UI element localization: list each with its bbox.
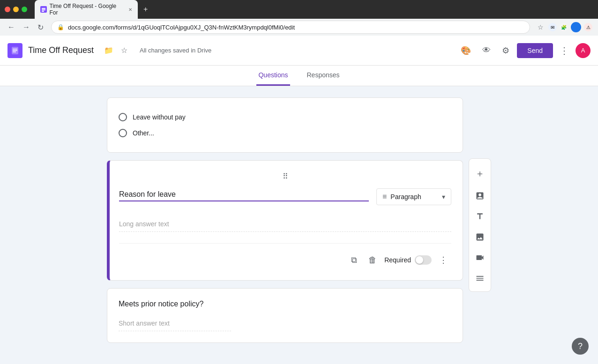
import-questions-button[interactable] xyxy=(469,186,491,205)
nav-buttons: ← → ↻ xyxy=(6,21,45,34)
lock-icon: 🔒 xyxy=(57,24,64,30)
tab-title: Time Off Request - Google For xyxy=(50,3,124,16)
add-question-button[interactable]: ＋ xyxy=(469,163,491,185)
card-actions: ⧉ 🗑 Required ⋮ xyxy=(119,243,451,269)
maximize-window-button[interactable] xyxy=(22,7,27,12)
add-video-button[interactable] xyxy=(469,248,491,267)
tab-close-button[interactable]: ✕ xyxy=(128,7,132,12)
url-text: docs.google.com/forms/d/1qGUoqlTColAjpgu… xyxy=(68,24,524,31)
svg-rect-4 xyxy=(13,49,17,50)
required-toggle[interactable] xyxy=(415,255,432,265)
short-answer-placeholder: Short answer text xyxy=(119,316,231,331)
tab-favicon xyxy=(40,6,47,13)
document-title: Time Off Request xyxy=(28,45,94,55)
tab-responses[interactable]: Responses xyxy=(305,66,342,86)
list-item: Leave without pay xyxy=(119,109,451,125)
radio-button[interactable] xyxy=(119,129,127,137)
form-tabs: Questions Responses xyxy=(0,66,598,86)
svg-rect-6 xyxy=(13,52,16,52)
close-window-button[interactable] xyxy=(5,7,10,12)
long-answer-placeholder: Long answer text xyxy=(119,216,451,232)
star-icon[interactable]: ☆ xyxy=(118,43,130,58)
gmail-extension-icon[interactable]: ✉ xyxy=(548,23,557,31)
required-label: Required xyxy=(384,256,411,264)
forward-button[interactable]: → xyxy=(21,21,32,33)
add-title-button[interactable] xyxy=(469,207,491,226)
add-section-button[interactable] xyxy=(469,269,491,288)
header-icons: 📁 ☆ xyxy=(101,43,130,58)
list-item: Other... xyxy=(119,125,451,141)
user-avatar[interactable]: A xyxy=(576,43,591,58)
svg-rect-1 xyxy=(42,9,45,10)
folder-icon[interactable]: 📁 xyxy=(101,43,116,58)
svg-rect-2 xyxy=(42,11,44,12)
reload-button[interactable]: ↻ xyxy=(36,21,45,34)
browser-actions: ☆ ✉ 🧩 ⚠ xyxy=(536,22,592,33)
svg-rect-0 xyxy=(42,8,45,9)
radio-button[interactable] xyxy=(119,113,127,121)
other-label: Other... xyxy=(133,129,154,137)
new-tab-button[interactable]: + xyxy=(140,3,151,15)
active-tab[interactable]: Time Off Request - Google For ✕ xyxy=(35,0,138,19)
form-cards: Leave without pay Other... ⠿ ≡ Paragraph… xyxy=(107,97,463,353)
leave-type-card: Leave without pay Other... xyxy=(107,97,463,153)
leave-without-pay-label: Leave without pay xyxy=(133,113,186,121)
meets-policy-title: Meets prior notice policy? xyxy=(119,300,451,308)
main-content: Leave without pay Other... ⠿ ≡ Paragraph… xyxy=(0,86,598,364)
card-top-row: ≡ Paragraph ▾ xyxy=(119,188,451,205)
alert-extension-icon[interactable]: ⚠ xyxy=(584,23,592,31)
save-status: All changes saved in Drive xyxy=(140,47,451,54)
more-options-icon[interactable]: ⋮ xyxy=(435,251,451,269)
answer-type-dropdown[interactable]: ≡ Paragraph ▾ xyxy=(376,188,451,205)
browser-chrome: Time Off Request - Google For ✕ + xyxy=(0,0,598,19)
toggle-knob xyxy=(416,256,423,264)
extensions-icon[interactable]: 🧩 xyxy=(560,23,568,31)
add-image-button[interactable] xyxy=(469,228,491,246)
meets-policy-card: Meets prior notice policy? Short answer … xyxy=(107,288,463,343)
copy-icon[interactable]: ⧉ xyxy=(347,252,361,269)
tab-questions[interactable]: Questions xyxy=(256,66,290,86)
settings-icon[interactable]: ⚙ xyxy=(498,42,513,59)
answer-type-label: Paragraph xyxy=(390,193,438,201)
more-options-button[interactable]: ⋮ xyxy=(557,42,572,59)
address-bar: ← → ↻ 🔒 docs.google.com/forms/d/1qGUoqlT… xyxy=(0,19,598,36)
reason-for-leave-card: ⠿ ≡ Paragraph ▾ Long answer text ⧉ 🗑 Req… xyxy=(107,160,463,281)
forms-header: Time Off Request 📁 ☆ All changes saved i… xyxy=(0,36,598,66)
chevron-down-icon: ▾ xyxy=(442,193,445,201)
right-sidebar: ＋ xyxy=(469,158,491,292)
preview-icon[interactable]: 👁 xyxy=(478,42,494,59)
minimize-window-button[interactable] xyxy=(13,7,19,12)
traffic-lights xyxy=(5,7,27,12)
help-button[interactable]: ? xyxy=(572,338,589,355)
paragraph-icon: ≡ xyxy=(382,193,387,201)
profile-icon[interactable] xyxy=(571,22,581,32)
bookmark-button[interactable]: ☆ xyxy=(536,22,546,33)
delete-icon[interactable]: 🗑 xyxy=(365,252,381,269)
palette-icon[interactable]: 🎨 xyxy=(457,42,475,59)
header-right: 🎨 👁 ⚙ Send ⋮ A xyxy=(457,42,591,59)
question-title-input[interactable] xyxy=(119,188,369,201)
url-bar[interactable]: 🔒 docs.google.com/forms/d/1qGUoqlTColAjp… xyxy=(51,21,530,34)
back-button[interactable]: ← xyxy=(6,21,17,33)
send-button[interactable]: Send xyxy=(517,43,553,58)
svg-rect-5 xyxy=(13,50,17,51)
forms-logo xyxy=(7,43,22,58)
tab-bar: Time Off Request - Google For ✕ + xyxy=(35,0,593,19)
drag-handle[interactable]: ⠿ xyxy=(119,172,451,181)
